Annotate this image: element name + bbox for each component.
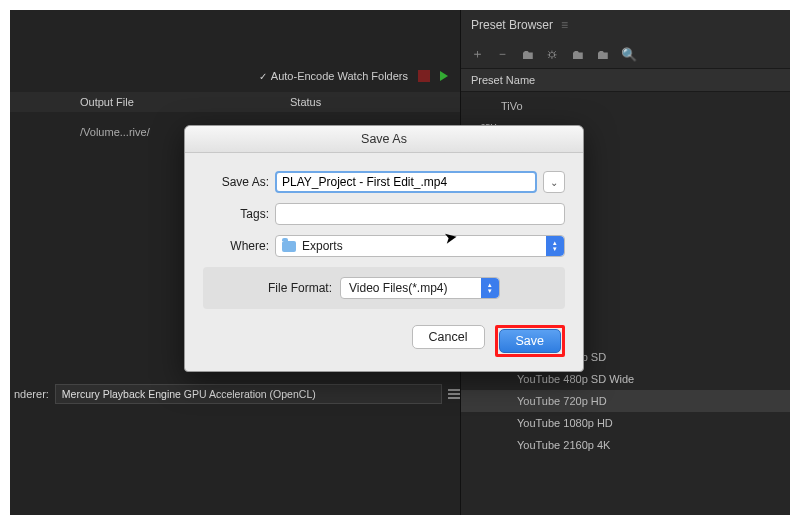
preset-toolbar: ＋ － 🖿 ⛭ 🖿 🖿 🔍 xyxy=(461,40,790,68)
auto-encode-label: Auto-Encode Watch Folders xyxy=(271,70,408,82)
saveas-input[interactable] xyxy=(275,171,537,193)
column-status: Status xyxy=(290,96,321,108)
export-icon[interactable]: 🖿 xyxy=(596,47,609,62)
auto-encode-checkbox[interactable]: Auto-Encode Watch Folders xyxy=(259,70,408,82)
import-icon[interactable]: 🖿 xyxy=(571,47,584,62)
renderer-label: nderer: xyxy=(14,388,49,400)
folder-icon xyxy=(282,241,296,252)
chevron-updown-icon xyxy=(481,278,499,298)
stop-button[interactable] xyxy=(418,70,430,82)
panel-menu-icon[interactable] xyxy=(448,389,460,399)
renderer-select[interactable]: Mercury Playback Engine GPU Acceleration… xyxy=(55,384,442,404)
file-format-value: Video Files(*.mp4) xyxy=(349,281,447,295)
chevron-updown-icon xyxy=(546,236,564,256)
new-folder-icon[interactable]: 🖿 xyxy=(521,47,534,62)
start-queue-button[interactable] xyxy=(440,71,448,81)
save-as-dialog: Save As Save As: ⌄ Tags: Where: Exports xyxy=(184,125,584,372)
file-format-select[interactable]: Video Files(*.mp4) xyxy=(340,277,500,299)
preset-item[interactable]: YouTube 1080p HD xyxy=(461,412,790,434)
dialog-title: Save As xyxy=(185,126,583,153)
search-icon[interactable]: 🔍 xyxy=(621,47,637,62)
cancel-button[interactable]: Cancel xyxy=(412,325,485,349)
tags-label: Tags: xyxy=(203,207,275,221)
save-button[interactable]: Save xyxy=(499,329,562,353)
column-output-file: Output File xyxy=(10,96,290,108)
saveas-label: Save As: xyxy=(203,175,275,189)
queue-header: Output File Status xyxy=(10,92,460,112)
preset-item-selected[interactable]: YouTube 720p HD xyxy=(461,390,790,412)
where-label: Where: xyxy=(203,239,275,253)
where-select[interactable]: Exports xyxy=(275,235,565,257)
add-preset-icon[interactable]: ＋ xyxy=(471,45,484,63)
file-format-label: File Format: xyxy=(268,281,332,295)
preset-item[interactable]: TiVo xyxy=(461,96,790,116)
remove-preset-icon[interactable]: － xyxy=(496,45,509,63)
tags-input[interactable] xyxy=(275,203,565,225)
where-value: Exports xyxy=(302,239,343,253)
settings-icon[interactable]: ⛭ xyxy=(546,47,559,62)
save-button-highlight: Save xyxy=(495,325,566,357)
output-file-path: /Volume...rive/ xyxy=(10,126,150,138)
preset-item[interactable]: YouTube 2160p 4K xyxy=(461,434,790,456)
panel-grip-icon: ≡ xyxy=(561,18,566,32)
history-dropdown-button[interactable]: ⌄ xyxy=(543,171,565,193)
preset-browser-title: Preset Browser xyxy=(471,18,553,32)
preset-column-header: Preset Name xyxy=(461,68,790,92)
